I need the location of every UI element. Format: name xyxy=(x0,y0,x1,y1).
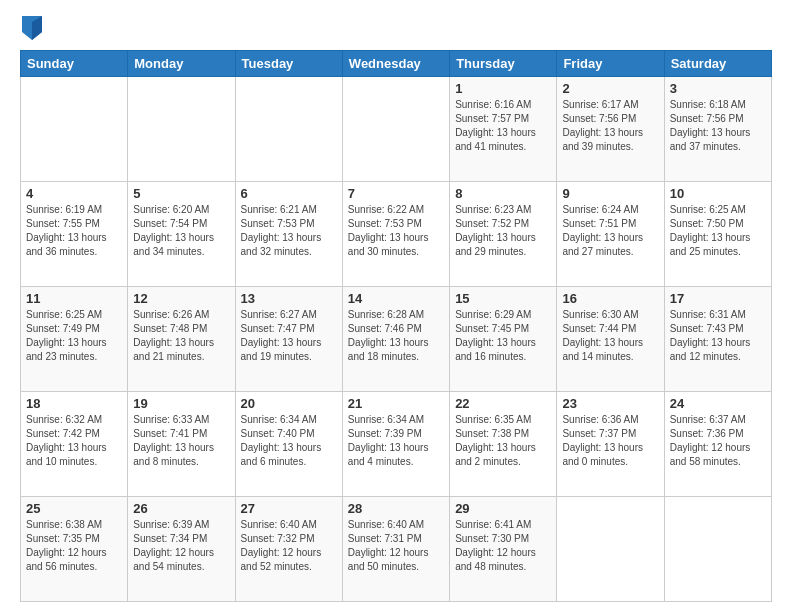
calendar-cell: 24Sunrise: 6:37 AM Sunset: 7:36 PM Dayli… xyxy=(664,392,771,497)
column-header-wednesday: Wednesday xyxy=(342,51,449,77)
day-info: Sunrise: 6:34 AM Sunset: 7:40 PM Dayligh… xyxy=(241,413,337,469)
calendar-table: SundayMondayTuesdayWednesdayThursdayFrid… xyxy=(20,50,772,602)
calendar-cell: 7Sunrise: 6:22 AM Sunset: 7:53 PM Daylig… xyxy=(342,182,449,287)
day-number: 24 xyxy=(670,396,766,411)
week-row-4: 18Sunrise: 6:32 AM Sunset: 7:42 PM Dayli… xyxy=(21,392,772,497)
calendar-cell: 29Sunrise: 6:41 AM Sunset: 7:30 PM Dayli… xyxy=(450,497,557,602)
day-number: 17 xyxy=(670,291,766,306)
calendar-cell: 16Sunrise: 6:30 AM Sunset: 7:44 PM Dayli… xyxy=(557,287,664,392)
day-info: Sunrise: 6:22 AM Sunset: 7:53 PM Dayligh… xyxy=(348,203,444,259)
day-number: 21 xyxy=(348,396,444,411)
day-number: 28 xyxy=(348,501,444,516)
column-header-friday: Friday xyxy=(557,51,664,77)
day-info: Sunrise: 6:38 AM Sunset: 7:35 PM Dayligh… xyxy=(26,518,122,574)
calendar-header: SundayMondayTuesdayWednesdayThursdayFrid… xyxy=(21,51,772,77)
day-info: Sunrise: 6:39 AM Sunset: 7:34 PM Dayligh… xyxy=(133,518,229,574)
calendar-cell: 3Sunrise: 6:18 AM Sunset: 7:56 PM Daylig… xyxy=(664,77,771,182)
day-info: Sunrise: 6:33 AM Sunset: 7:41 PM Dayligh… xyxy=(133,413,229,469)
day-number: 26 xyxy=(133,501,229,516)
calendar-cell: 28Sunrise: 6:40 AM Sunset: 7:31 PM Dayli… xyxy=(342,497,449,602)
header-row: SundayMondayTuesdayWednesdayThursdayFrid… xyxy=(21,51,772,77)
calendar-cell: 2Sunrise: 6:17 AM Sunset: 7:56 PM Daylig… xyxy=(557,77,664,182)
day-info: Sunrise: 6:16 AM Sunset: 7:57 PM Dayligh… xyxy=(455,98,551,154)
day-info: Sunrise: 6:25 AM Sunset: 7:49 PM Dayligh… xyxy=(26,308,122,364)
day-number: 22 xyxy=(455,396,551,411)
calendar-cell: 12Sunrise: 6:26 AM Sunset: 7:48 PM Dayli… xyxy=(128,287,235,392)
day-info: Sunrise: 6:41 AM Sunset: 7:30 PM Dayligh… xyxy=(455,518,551,574)
logo xyxy=(20,16,44,40)
day-number: 16 xyxy=(562,291,658,306)
calendar-cell: 27Sunrise: 6:40 AM Sunset: 7:32 PM Dayli… xyxy=(235,497,342,602)
day-info: Sunrise: 6:27 AM Sunset: 7:47 PM Dayligh… xyxy=(241,308,337,364)
calendar-cell: 1Sunrise: 6:16 AM Sunset: 7:57 PM Daylig… xyxy=(450,77,557,182)
calendar-cell: 21Sunrise: 6:34 AM Sunset: 7:39 PM Dayli… xyxy=(342,392,449,497)
calendar-cell: 8Sunrise: 6:23 AM Sunset: 7:52 PM Daylig… xyxy=(450,182,557,287)
calendar-cell xyxy=(664,497,771,602)
day-number: 8 xyxy=(455,186,551,201)
day-number: 4 xyxy=(26,186,122,201)
calendar-cell: 22Sunrise: 6:35 AM Sunset: 7:38 PM Dayli… xyxy=(450,392,557,497)
day-info: Sunrise: 6:29 AM Sunset: 7:45 PM Dayligh… xyxy=(455,308,551,364)
calendar-cell xyxy=(342,77,449,182)
column-header-tuesday: Tuesday xyxy=(235,51,342,77)
week-row-2: 4Sunrise: 6:19 AM Sunset: 7:55 PM Daylig… xyxy=(21,182,772,287)
day-number: 19 xyxy=(133,396,229,411)
day-number: 6 xyxy=(241,186,337,201)
column-header-sunday: Sunday xyxy=(21,51,128,77)
week-row-5: 25Sunrise: 6:38 AM Sunset: 7:35 PM Dayli… xyxy=(21,497,772,602)
day-info: Sunrise: 6:28 AM Sunset: 7:46 PM Dayligh… xyxy=(348,308,444,364)
week-row-1: 1Sunrise: 6:16 AM Sunset: 7:57 PM Daylig… xyxy=(21,77,772,182)
day-number: 10 xyxy=(670,186,766,201)
calendar-cell xyxy=(235,77,342,182)
calendar-cell: 13Sunrise: 6:27 AM Sunset: 7:47 PM Dayli… xyxy=(235,287,342,392)
day-number: 14 xyxy=(348,291,444,306)
calendar-cell: 4Sunrise: 6:19 AM Sunset: 7:55 PM Daylig… xyxy=(21,182,128,287)
week-row-3: 11Sunrise: 6:25 AM Sunset: 7:49 PM Dayli… xyxy=(21,287,772,392)
calendar-cell: 5Sunrise: 6:20 AM Sunset: 7:54 PM Daylig… xyxy=(128,182,235,287)
page: SundayMondayTuesdayWednesdayThursdayFrid… xyxy=(0,0,792,612)
day-number: 7 xyxy=(348,186,444,201)
logo-icon xyxy=(22,16,42,40)
day-number: 3 xyxy=(670,81,766,96)
day-info: Sunrise: 6:24 AM Sunset: 7:51 PM Dayligh… xyxy=(562,203,658,259)
day-info: Sunrise: 6:23 AM Sunset: 7:52 PM Dayligh… xyxy=(455,203,551,259)
day-info: Sunrise: 6:17 AM Sunset: 7:56 PM Dayligh… xyxy=(562,98,658,154)
day-info: Sunrise: 6:31 AM Sunset: 7:43 PM Dayligh… xyxy=(670,308,766,364)
calendar-cell: 9Sunrise: 6:24 AM Sunset: 7:51 PM Daylig… xyxy=(557,182,664,287)
day-number: 2 xyxy=(562,81,658,96)
column-header-saturday: Saturday xyxy=(664,51,771,77)
day-info: Sunrise: 6:36 AM Sunset: 7:37 PM Dayligh… xyxy=(562,413,658,469)
day-info: Sunrise: 6:19 AM Sunset: 7:55 PM Dayligh… xyxy=(26,203,122,259)
calendar-cell xyxy=(128,77,235,182)
calendar-cell xyxy=(557,497,664,602)
calendar-cell: 23Sunrise: 6:36 AM Sunset: 7:37 PM Dayli… xyxy=(557,392,664,497)
day-info: Sunrise: 6:40 AM Sunset: 7:32 PM Dayligh… xyxy=(241,518,337,574)
day-number: 29 xyxy=(455,501,551,516)
day-number: 12 xyxy=(133,291,229,306)
day-number: 5 xyxy=(133,186,229,201)
header xyxy=(20,16,772,40)
calendar-cell: 17Sunrise: 6:31 AM Sunset: 7:43 PM Dayli… xyxy=(664,287,771,392)
calendar-body: 1Sunrise: 6:16 AM Sunset: 7:57 PM Daylig… xyxy=(21,77,772,602)
day-info: Sunrise: 6:34 AM Sunset: 7:39 PM Dayligh… xyxy=(348,413,444,469)
calendar-cell: 14Sunrise: 6:28 AM Sunset: 7:46 PM Dayli… xyxy=(342,287,449,392)
calendar-cell: 25Sunrise: 6:38 AM Sunset: 7:35 PM Dayli… xyxy=(21,497,128,602)
day-number: 11 xyxy=(26,291,122,306)
calendar-cell xyxy=(21,77,128,182)
calendar-cell: 18Sunrise: 6:32 AM Sunset: 7:42 PM Dayli… xyxy=(21,392,128,497)
day-info: Sunrise: 6:25 AM Sunset: 7:50 PM Dayligh… xyxy=(670,203,766,259)
day-info: Sunrise: 6:35 AM Sunset: 7:38 PM Dayligh… xyxy=(455,413,551,469)
calendar-cell: 6Sunrise: 6:21 AM Sunset: 7:53 PM Daylig… xyxy=(235,182,342,287)
day-number: 20 xyxy=(241,396,337,411)
day-number: 25 xyxy=(26,501,122,516)
day-number: 27 xyxy=(241,501,337,516)
calendar-cell: 11Sunrise: 6:25 AM Sunset: 7:49 PM Dayli… xyxy=(21,287,128,392)
calendar-cell: 10Sunrise: 6:25 AM Sunset: 7:50 PM Dayli… xyxy=(664,182,771,287)
day-number: 15 xyxy=(455,291,551,306)
calendar-cell: 26Sunrise: 6:39 AM Sunset: 7:34 PM Dayli… xyxy=(128,497,235,602)
day-info: Sunrise: 6:18 AM Sunset: 7:56 PM Dayligh… xyxy=(670,98,766,154)
day-info: Sunrise: 6:37 AM Sunset: 7:36 PM Dayligh… xyxy=(670,413,766,469)
day-number: 18 xyxy=(26,396,122,411)
day-number: 23 xyxy=(562,396,658,411)
day-info: Sunrise: 6:40 AM Sunset: 7:31 PM Dayligh… xyxy=(348,518,444,574)
